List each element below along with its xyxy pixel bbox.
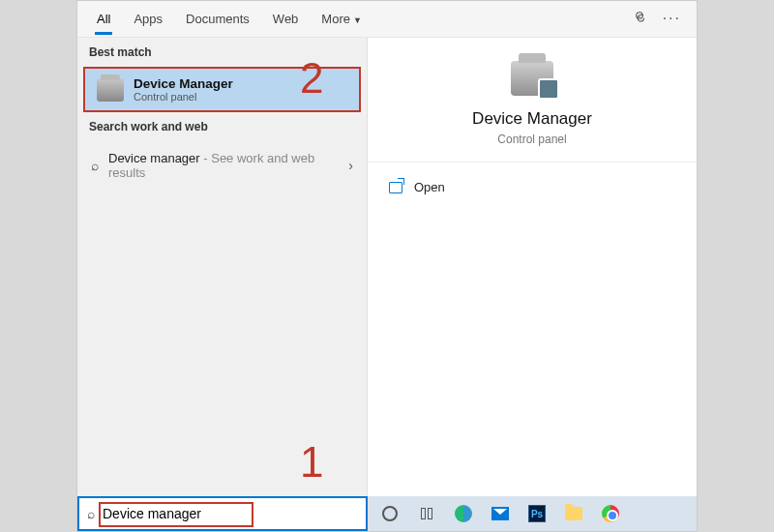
task-view-button[interactable] bbox=[410, 500, 443, 527]
annotation-2: 2 bbox=[300, 54, 323, 103]
web-result-item[interactable]: ⌕ Device manager - See work and web resu… bbox=[77, 141, 367, 190]
chrome-button[interactable] bbox=[594, 500, 627, 527]
edge-icon bbox=[455, 505, 472, 522]
best-match-subtitle: Control panel bbox=[134, 91, 233, 103]
search-input[interactable] bbox=[103, 498, 366, 529]
search-work-web-header: Search work and web bbox=[77, 112, 367, 141]
file-explorer-button[interactable] bbox=[557, 500, 590, 527]
taskbar: Ps bbox=[368, 496, 697, 531]
detail-title: Device Manager bbox=[472, 109, 592, 129]
mail-button[interactable] bbox=[484, 500, 517, 527]
cortana-button[interactable] bbox=[373, 500, 406, 527]
result-detail-pane: Device Manager Control panel Open bbox=[368, 38, 697, 496]
open-label: Open bbox=[414, 180, 445, 194]
search-bar[interactable]: ⌕ bbox=[77, 496, 368, 531]
feedback-icon[interactable] bbox=[634, 10, 649, 29]
tab-web[interactable]: Web bbox=[261, 4, 311, 34]
search-icon: ⌕ bbox=[79, 506, 103, 521]
annotation-1: 1 bbox=[300, 438, 323, 487]
device-manager-large-icon bbox=[511, 61, 553, 96]
tab-all[interactable]: All bbox=[85, 4, 122, 34]
search-filter-tabs: All Apps Documents Web More▼ ··· bbox=[77, 1, 697, 38]
tab-apps[interactable]: Apps bbox=[122, 4, 174, 34]
chrome-icon bbox=[602, 505, 619, 522]
search-icon: ⌕ bbox=[91, 158, 99, 173]
cortana-icon bbox=[382, 506, 398, 521]
tab-more[interactable]: More▼ bbox=[310, 4, 373, 34]
more-options-icon[interactable]: ··· bbox=[663, 10, 681, 29]
detail-subtitle: Control panel bbox=[497, 133, 566, 146]
start-search-window: All Apps Documents Web More▼ ··· Best ma… bbox=[76, 0, 698, 532]
chevron-right-icon[interactable]: › bbox=[348, 158, 353, 173]
photoshop-button[interactable]: Ps bbox=[521, 500, 553, 527]
device-manager-icon bbox=[97, 78, 124, 102]
tab-documents[interactable]: Documents bbox=[174, 4, 261, 34]
edge-button[interactable] bbox=[447, 500, 480, 527]
folder-icon bbox=[565, 507, 582, 520]
mail-icon bbox=[491, 507, 509, 520]
open-icon bbox=[389, 182, 402, 193]
web-result-query: Device manager bbox=[108, 151, 200, 165]
task-view-icon bbox=[421, 508, 432, 519]
results-list: Best match Device Manager Control panel … bbox=[77, 38, 368, 496]
photoshop-icon: Ps bbox=[528, 505, 546, 522]
open-action[interactable]: Open bbox=[368, 170, 697, 204]
best-match-title: Device Manager bbox=[134, 76, 233, 91]
chevron-down-icon: ▼ bbox=[353, 15, 362, 25]
